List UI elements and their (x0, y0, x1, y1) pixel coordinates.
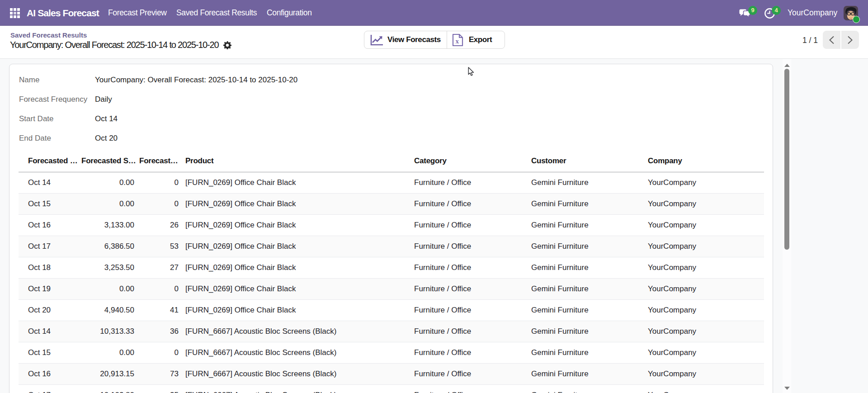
chevron-right-icon (847, 36, 853, 44)
company-switcher[interactable]: YourCompany (788, 0, 837, 26)
table-row[interactable]: Oct 14 10,313.33 36 [FURN_6667] Acoustic… (19, 321, 764, 342)
table-row[interactable]: Oct 14 0.00 0 [FURN_0269] Office Chair B… (19, 172, 764, 193)
svg-text:x: x (455, 38, 459, 45)
export-button[interactable]: x Export (447, 31, 505, 48)
column-header-category[interactable]: Category (411, 152, 528, 172)
user-menu[interactable] (844, 6, 858, 20)
table-row[interactable]: Oct 16 3,133.00 26 [FURN_0269] Office Ch… (19, 214, 764, 236)
column-header-product[interactable]: Product (181, 152, 411, 172)
menu-configuration[interactable]: Configuration (261, 0, 318, 26)
menu-saved-forecast-results[interactable]: Saved Forecast Results (170, 0, 263, 26)
view-forecasts-button[interactable]: View Forecasts (364, 31, 447, 48)
app-brand[interactable]: AI Sales Forecast (27, 0, 99, 26)
menu-forecast-preview[interactable]: Forecast Preview (102, 0, 173, 26)
pager-next-button[interactable] (841, 31, 859, 49)
field-label-name: Name (19, 76, 95, 85)
column-header-customer[interactable]: Customer (528, 152, 645, 172)
top-navbar: AI Sales Forecast Forecast Preview Saved… (0, 0, 868, 26)
messages-badge: 9 (748, 6, 757, 15)
activities-button[interactable]: 4 (763, 0, 784, 26)
column-header-forecasted-sales[interactable]: Forecasted S… (78, 152, 136, 172)
field-label-end-date: End Date (19, 134, 95, 143)
breadcrumb[interactable]: Saved Forecast Results (10, 31, 87, 39)
online-status-dot (853, 16, 860, 23)
messages-button[interactable]: 9 (738, 0, 759, 26)
field-value-start-date[interactable]: Oct 14 (95, 114, 118, 123)
forecast-lines-table: Forecasted … Forecasted S… Forecast… Pro… (19, 152, 764, 393)
column-header-forecasted-date[interactable]: Forecasted … (19, 152, 78, 172)
field-value-forecast-frequency[interactable]: Daily (95, 95, 112, 104)
vertical-scrollbar[interactable] (783, 59, 791, 393)
table-row[interactable]: Oct 15 0.00 0 [FURN_6667] Acoustic Bloc … (19, 342, 764, 363)
table-row[interactable]: Oct 17 6,386.50 53 [FURN_0269] Office Ch… (19, 236, 764, 257)
scroll-up-arrow-icon[interactable] (784, 64, 790, 67)
record-title: YourCompany: Overall Forecast: 2025-10-1… (10, 40, 218, 50)
excel-file-icon: x (452, 33, 463, 47)
gear-icon[interactable] (223, 41, 231, 49)
table-row[interactable]: Oct 20 4,940.50 41 [FURN_0269] Office Ch… (19, 299, 764, 321)
pager-value: 1 / 1 (800, 26, 820, 55)
field-label-forecast-frequency: Forecast Frequency (19, 95, 95, 104)
action-button-group: View Forecasts x Export (364, 31, 505, 49)
table-header-row: Forecasted … Forecasted S… Forecast… Pro… (19, 152, 764, 172)
line-chart-icon (370, 34, 383, 46)
activities-badge: 4 (772, 6, 781, 15)
form-sheet: Name YourCompany: Overall Forecast: 2025… (9, 64, 773, 393)
scroll-down-arrow-icon[interactable] (784, 387, 790, 390)
table-row[interactable]: Oct 15 0.00 0 [FURN_0269] Office Chair B… (19, 193, 764, 214)
field-label-start-date: Start Date (19, 114, 95, 123)
table-row[interactable]: Oct 16 20,913.15 73 [FURN_6667] Acoustic… (19, 363, 764, 384)
pager-previous-button[interactable] (823, 31, 840, 49)
column-header-company[interactable]: Company (645, 152, 764, 172)
column-header-forecasted-qty[interactable]: Forecast… (136, 152, 181, 172)
scrollbar-thumb[interactable] (784, 69, 789, 250)
form-view: Name YourCompany: Overall Forecast: 2025… (0, 59, 868, 393)
field-value-end-date[interactable]: Oct 20 (95, 134, 118, 143)
control-panel: Saved Forecast Results YourCompany: Over… (0, 26, 868, 59)
apps-menu-icon[interactable] (10, 8, 20, 18)
chevron-left-icon (829, 36, 835, 44)
table-row[interactable]: Oct 18 3,253.50 27 [FURN_0269] Office Ch… (19, 257, 764, 278)
table-row[interactable]: Oct 19 0.00 0 [FURN_0269] Office Chair B… (19, 278, 764, 299)
field-value-name[interactable]: YourCompany: Overall Forecast: 2025-10-1… (95, 76, 297, 85)
table-row[interactable]: Oct 17 10,102.80 35 [FURN_6667] Acoustic… (19, 384, 764, 393)
